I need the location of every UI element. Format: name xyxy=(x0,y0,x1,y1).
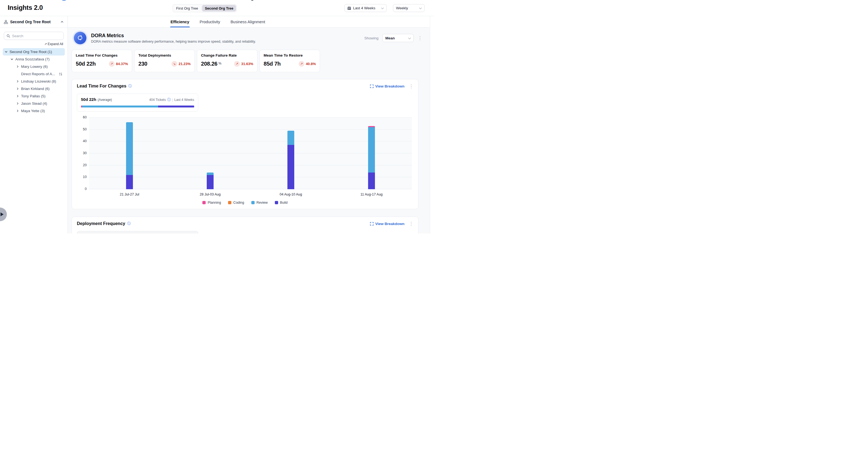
tree-item-1[interactable]: Anna Scozzafava (7) xyxy=(3,56,65,63)
search-input[interactable] xyxy=(12,34,56,38)
deployment-kebab-menu-icon[interactable]: ⋮ xyxy=(409,221,413,226)
tree-item-3[interactable]: Direct Reports of A... xyxy=(3,70,65,77)
chevron-right-icon[interactable] xyxy=(15,65,20,69)
bar-1-review xyxy=(207,173,214,175)
bar-1 xyxy=(207,173,214,189)
lead-view-breakdown-button[interactable]: View Breakdown xyxy=(370,84,404,88)
search-icon xyxy=(6,34,10,38)
trend-badge: ↗40.8% xyxy=(299,61,316,67)
metric-unit: % xyxy=(218,62,221,65)
metric-value: 85d 7h xyxy=(264,61,281,67)
trend-down-arrow-icon: ↘ xyxy=(172,61,177,67)
deployment-view-breakdown-button[interactable]: View Breakdown xyxy=(370,222,404,226)
bar-2 xyxy=(287,131,294,189)
metric-card-0: Lead Time For Changes50d 22h↗84.37% xyxy=(72,50,132,72)
dora-subtitle: DORA metrics measure software delivery p… xyxy=(91,40,256,43)
legend-label: Review xyxy=(256,201,268,205)
y-tick-50: 50 xyxy=(77,127,87,131)
tree-item-label: Anna Scozzafava (7) xyxy=(15,57,50,61)
main-content: EfficiencyProductivityBusiness Alignment… xyxy=(68,16,434,234)
showing-label: Showing xyxy=(364,36,378,40)
x-tick-1: 28 Jul-03 Aug xyxy=(191,192,229,196)
chevron-down-icon[interactable] xyxy=(4,50,8,54)
bar-2-review xyxy=(287,131,294,145)
gridline-30 xyxy=(89,153,412,153)
tree-item-8[interactable]: Maya Yette (3) xyxy=(3,107,65,115)
scrollbar-gutter[interactable] xyxy=(430,16,434,234)
tree-item-7[interactable]: Jason Stead (4) xyxy=(3,100,65,107)
lead-time-chart: 0102030405060 21 Jul-27 Jul28 Jul-03 Aug… xyxy=(77,118,413,205)
x-tick-3: 11 Aug-17 Aug xyxy=(352,192,391,196)
metric-value: 230 xyxy=(138,61,147,67)
info-icon[interactable]: ⓘ xyxy=(127,221,131,226)
showing-value: Mean xyxy=(385,36,395,40)
dora-title: DORA Metrics xyxy=(91,33,256,38)
tree-item-6[interactable]: Tony Pallas (5) xyxy=(3,92,65,100)
expand-all-button[interactable]: ↗ Expand All xyxy=(44,42,63,46)
trend-delta: 84.37% xyxy=(116,62,128,66)
tree-item-0[interactable]: Second Org Tree Root (1) xyxy=(3,48,65,56)
y-tick-10: 10 xyxy=(77,175,87,179)
expand-corners-icon xyxy=(370,222,374,225)
legend-label: Coding xyxy=(233,201,244,205)
chevron-right-icon[interactable] xyxy=(15,94,20,98)
sidebar-search[interactable] xyxy=(4,32,64,40)
phase-distribution-bar xyxy=(81,105,194,107)
filter-sliders-icon[interactable] xyxy=(59,72,63,76)
gridline-50 xyxy=(89,129,412,130)
trend-delta: 31.63% xyxy=(241,62,253,66)
divider: | xyxy=(172,98,173,102)
metric-card-3: Mean Time To Restore85d 7h↗40.8% xyxy=(259,50,320,72)
sidebar-root-title: Second Org Tree Root xyxy=(10,20,51,24)
tickets-count: 404 Tickets xyxy=(149,98,166,102)
chevron-down-icon xyxy=(419,7,422,9)
y-tick-30: 30 xyxy=(77,151,87,155)
toggle-second-org-tree[interactable]: Second Org Tree xyxy=(202,5,236,11)
top-edge-artifact xyxy=(62,0,66,1)
lead-kebab-menu-icon[interactable]: ⋮ xyxy=(409,84,413,89)
gridline-0 xyxy=(89,189,412,189)
deployment-title: Deployment Frequency xyxy=(77,221,125,226)
sidebar: Second Org Tree Root ↗ Expand All Second… xyxy=(0,16,68,234)
tree-item-5[interactable]: Brian Kirkland (6) xyxy=(3,85,65,92)
chevron-down-icon xyxy=(381,7,384,9)
org-tree-icon xyxy=(4,20,8,24)
legend-item-review: Review xyxy=(251,201,268,205)
tab-efficiency[interactable]: Efficiency xyxy=(170,16,190,27)
showing-select[interactable]: Mean xyxy=(382,34,414,42)
tree-item-label: Tony Pallas (5) xyxy=(21,94,45,98)
chevron-right-icon[interactable] xyxy=(15,87,20,91)
tree-item-label: Mary Lowery (6) xyxy=(21,65,48,69)
y-tick-40: 40 xyxy=(77,139,87,143)
tree-item-label: Brian Kirkland (6) xyxy=(21,87,50,91)
bar-3-build xyxy=(368,173,375,189)
chevron-down-icon[interactable] xyxy=(9,57,14,62)
lead-average-value: 50d 22h xyxy=(81,97,96,102)
chevron-right-icon[interactable] xyxy=(15,109,20,113)
tab-business-alignment[interactable]: Business Alignment xyxy=(230,16,266,27)
chevron-right-icon[interactable] xyxy=(15,101,20,106)
chevron-right-icon[interactable] xyxy=(15,79,20,84)
sidebar-collapse-chevron-up-icon[interactable] xyxy=(60,20,64,24)
tab-productivity[interactable]: Productivity xyxy=(199,16,221,27)
org-tree-toggle: First Org Tree Second Org Tree xyxy=(173,4,237,12)
info-icon[interactable]: ⓘ xyxy=(167,97,170,102)
trend-up-arrow-icon: ↗ xyxy=(299,61,304,67)
chevron-down-icon xyxy=(408,37,411,39)
tree-item-label: Direct Reports of A... xyxy=(21,72,55,76)
metric-title: Change Failure Rate xyxy=(201,53,253,57)
x-tick-0: 21 Jul-27 Jul xyxy=(111,192,149,196)
metric-card-1: Total Deployments230↘21.23% xyxy=(134,50,195,72)
tree-item-2[interactable]: Mary Lowery (6) xyxy=(3,63,65,70)
dora-kebab-menu-icon[interactable]: ⋮ xyxy=(417,36,422,40)
chart-legend: PlanningCodingReviewBuild xyxy=(77,201,413,205)
info-icon[interactable]: ⓘ xyxy=(128,84,132,89)
date-range-select[interactable]: Last 4 Weeks xyxy=(344,4,387,12)
x-tick-2: 04 Aug-10 Aug xyxy=(272,192,310,196)
granularity-select[interactable]: Weekly xyxy=(393,4,425,12)
bar-0 xyxy=(126,122,133,189)
toggle-first-org-tree[interactable]: First Org Tree xyxy=(174,5,201,11)
tree-item-label: Jason Stead (4) xyxy=(21,101,47,105)
lead-time-title: Lead Time For Changes xyxy=(77,84,126,89)
tree-item-4[interactable]: Lindsay Liszewski (8) xyxy=(3,77,65,85)
